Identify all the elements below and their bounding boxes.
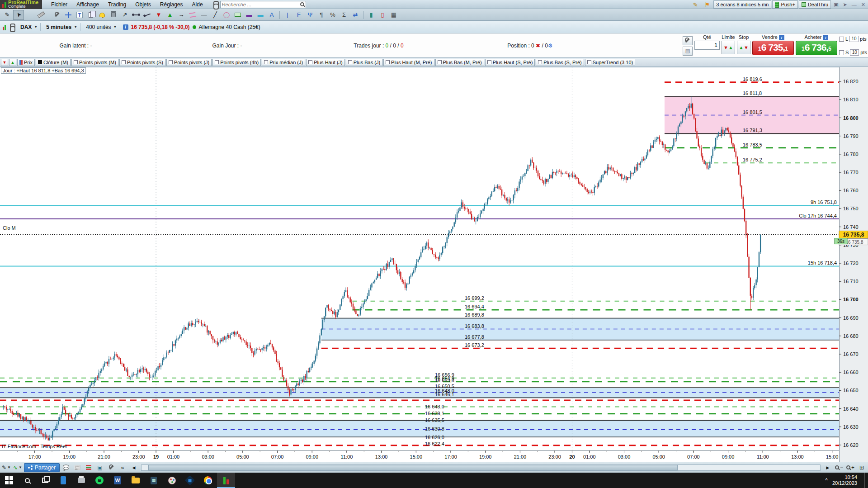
dealthru-button[interactable]: DealThru bbox=[799, 0, 831, 9]
collapse-toolbar-button[interactable]: « bbox=[118, 463, 127, 472]
taskbar-your-phone-icon[interactable] bbox=[54, 473, 72, 488]
symbol-dropdown[interactable]: DAX▼ bbox=[18, 23, 41, 31]
indicator-chip-prix-m-dian-j-[interactable]: Prix médian (J) bbox=[262, 59, 305, 66]
info-icon[interactable]: i bbox=[123, 24, 128, 30]
menu-fichier[interactable]: Fichier bbox=[47, 0, 72, 9]
close-position-icon[interactable]: ✖ bbox=[536, 43, 540, 49]
minimize-icon[interactable]: — bbox=[850, 2, 859, 7]
rect-tool-icon[interactable] bbox=[232, 10, 243, 20]
stop-checkbox[interactable] bbox=[839, 50, 844, 55]
purple-segment-tool-icon[interactable]: ▬ bbox=[244, 10, 255, 20]
layout-icon[interactable]: ▣ bbox=[832, 2, 840, 8]
stop-order-button[interactable]: ▲▼ bbox=[737, 41, 750, 54]
limit-pts-input[interactable]: 10 bbox=[849, 36, 859, 42]
tray-expand-icon[interactable]: ^ bbox=[825, 477, 828, 483]
link-windows-icon[interactable] bbox=[9, 24, 15, 31]
indicator-chip-points-pivots-j-[interactable]: Points pivots (J) bbox=[166, 59, 212, 66]
indicator-chip-points-pivots-4h-[interactable]: Points pivots (4h) bbox=[212, 59, 261, 66]
taskbar-file-explorer-icon[interactable] bbox=[127, 473, 145, 488]
push-button[interactable]: Push+ bbox=[772, 0, 798, 9]
alert-bell-tool-icon[interactable] bbox=[97, 10, 108, 20]
oblique-line-tool-icon[interactable]: ╱ bbox=[210, 10, 221, 20]
candle-style-down-tool-icon[interactable]: ▯ bbox=[377, 10, 388, 20]
indicator-chip-prix[interactable]: Prix bbox=[17, 59, 35, 66]
draw-menu-button[interactable]: ✎▼ bbox=[1, 463, 11, 472]
search-input[interactable] bbox=[222, 2, 300, 7]
delete-trash-tool-icon[interactable] bbox=[108, 10, 119, 20]
position-settings-icon[interactable]: ⚙ bbox=[548, 43, 553, 49]
indicator-chip-plus-haut-s-pr-[interactable]: Plus Haut (S, Pré) bbox=[485, 59, 535, 66]
indicators-menu-button[interactable]: ∿▼ bbox=[13, 463, 23, 472]
ellipse-tool-icon[interactable]: ◯ bbox=[221, 10, 232, 20]
pin-icon[interactable]: ➤ bbox=[841, 2, 849, 8]
hline-tool-icon[interactable]: — bbox=[198, 10, 209, 20]
vline-tool-icon[interactable]: | bbox=[282, 10, 293, 20]
taskbar-word-icon[interactable]: W bbox=[108, 473, 127, 488]
order-book-icon[interactable] bbox=[84, 463, 94, 472]
continue-arrow-tool-icon[interactable]: → bbox=[176, 10, 187, 20]
timeframe-dropdown[interactable]: 5 minutes▼ bbox=[43, 23, 80, 31]
stop-pts-input[interactable]: 10 bbox=[850, 49, 859, 56]
buy-button[interactable]: 16 736,5 bbox=[796, 41, 837, 55]
sell-arrow-tool-icon[interactable]: ▼ bbox=[153, 10, 164, 20]
scroll-left-button[interactable]: ◀ bbox=[129, 463, 139, 472]
ray-tool-icon[interactable] bbox=[142, 10, 153, 20]
fibonacci-tool-icon[interactable]: F bbox=[293, 10, 304, 20]
chart-scrollbar[interactable] bbox=[141, 464, 821, 471]
pencil-tool-icon[interactable]: ✎ bbox=[2, 10, 13, 20]
grid-settings-tool-icon[interactable]: ▦ bbox=[388, 10, 399, 20]
screens-button[interactable]: 3 écrans 8 indices 5 mn bbox=[713, 0, 771, 9]
sell-shortcut-button[interactable]: ▼ bbox=[1, 59, 8, 66]
channel-tool-icon[interactable] bbox=[187, 10, 198, 20]
taskbar-paint-icon[interactable] bbox=[163, 473, 181, 488]
text-tool-icon[interactable]: T bbox=[74, 10, 85, 20]
taskbar-printer-icon[interactable] bbox=[72, 473, 90, 488]
units-dropdown[interactable]: 400 unités▼ bbox=[83, 23, 120, 31]
keyboard-icon[interactable]: ▤ bbox=[683, 47, 693, 56]
cursor-tool-icon[interactable]: ➤ bbox=[13, 10, 24, 20]
move-tool-icon[interactable] bbox=[63, 10, 74, 20]
chart-note-icon[interactable]: ✎ bbox=[690, 0, 701, 9]
taskbar-task-view-icon[interactable] bbox=[36, 473, 54, 488]
flag-icon[interactable]: ⚑ bbox=[702, 0, 712, 9]
workspace-settings-icon[interactable] bbox=[106, 463, 116, 472]
scroll-right-button[interactable]: ▶ bbox=[823, 463, 833, 472]
buy-arrow-tool-icon[interactable]: ▲ bbox=[165, 10, 175, 20]
indicator-chip-plus-haut-m-pr-[interactable]: Plus Haut (M, Pré) bbox=[383, 59, 434, 66]
tools-settings-icon[interactable] bbox=[52, 10, 62, 20]
fit-screen-button[interactable]: ⊞ bbox=[857, 463, 867, 472]
taskbar-calculator-icon[interactable]: ▦ bbox=[145, 473, 163, 488]
show-desktop-button[interactable] bbox=[864, 473, 866, 488]
new-chart-icon[interactable]: ▣ bbox=[95, 463, 105, 472]
indicator-chip-plus-bas-s-pr-[interactable]: Plus Bas (S, Pré) bbox=[536, 59, 584, 66]
taskbar-chrome-icon[interactable] bbox=[199, 473, 217, 488]
mini-candles-icon[interactable] bbox=[3, 24, 6, 30]
order-settings-icon[interactable] bbox=[683, 36, 693, 45]
pitchfork-tool-icon[interactable]: Ψ bbox=[305, 10, 316, 20]
limit-order-button[interactable]: ▼▲ bbox=[722, 41, 735, 54]
duplicate-tool-icon[interactable] bbox=[85, 10, 96, 20]
compare-tool-icon[interactable]: ⇄ bbox=[350, 10, 361, 20]
indicator-chip-plus-haut-j-[interactable]: Plus Haut (J) bbox=[306, 59, 345, 66]
menu-affichage[interactable]: Affichage bbox=[72, 0, 104, 9]
taskbar-clock[interactable]: 10:54 20/12/2023 bbox=[832, 474, 860, 486]
zoom-tool-icon[interactable] bbox=[24, 10, 35, 20]
menu-aide[interactable]: Aide bbox=[188, 0, 208, 9]
menu-objets[interactable]: Objets bbox=[131, 0, 156, 9]
buy-shortcut-button[interactable]: ▲ bbox=[9, 59, 16, 66]
indicator-chip-points-pivots-s-[interactable]: Points pivots (S) bbox=[119, 59, 165, 66]
quantity-input[interactable] bbox=[694, 41, 720, 50]
label-tool-icon[interactable]: A bbox=[266, 10, 277, 20]
zoom-in-button[interactable]: + bbox=[845, 463, 855, 472]
scrollbar-thumb[interactable] bbox=[148, 465, 678, 470]
segment-tool-icon[interactable] bbox=[131, 10, 142, 20]
ruler-tool-icon[interactable] bbox=[36, 10, 47, 20]
cyan-line-tool-icon[interactable]: ▬ bbox=[255, 10, 266, 20]
indicator-chip-points-pivots-m-[interactable]: Points pivots (M) bbox=[71, 59, 118, 66]
taskbar-start-button[interactable] bbox=[0, 473, 18, 488]
taskbar-prorealtime-icon[interactable] bbox=[217, 473, 235, 488]
search-box[interactable] bbox=[220, 1, 306, 8]
sell-button[interactable]: 16 735,1 bbox=[752, 41, 794, 55]
indicator-chip-plus-bas-m-pr-[interactable]: Plus Bas (M, Pré) bbox=[435, 59, 484, 66]
chat-icon[interactable]: 💬 bbox=[61, 463, 71, 472]
